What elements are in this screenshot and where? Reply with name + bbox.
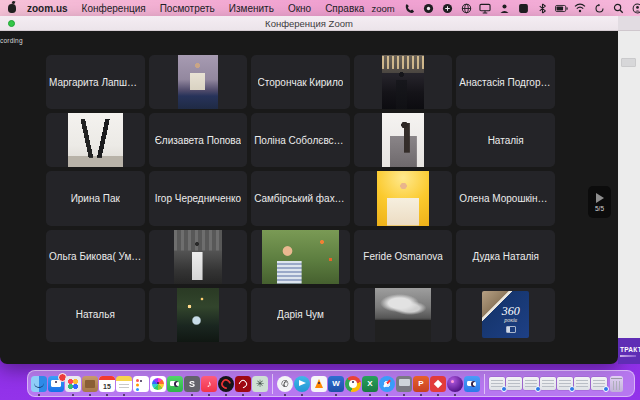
participant-photo-dancers bbox=[68, 113, 123, 167]
launchpad-dock-icon[interactable] bbox=[65, 376, 81, 392]
participant-name: Ігор Чередниченко bbox=[155, 193, 242, 204]
participant-tile[interactable] bbox=[46, 113, 145, 167]
participant-tile[interactable]: Ольга Бикова( Ума... bbox=[46, 230, 145, 284]
participant-photo-woman-gray bbox=[382, 113, 423, 167]
spotlight-icon[interactable] bbox=[612, 2, 625, 14]
red-c-dock-icon[interactable] bbox=[218, 376, 234, 392]
background-window-strip[interactable]: ТРАКТ bbox=[618, 16, 640, 364]
red-diamond-dock-icon[interactable] bbox=[430, 376, 446, 392]
participant-tile[interactable] bbox=[149, 55, 248, 109]
excel-dock-icon[interactable] bbox=[362, 376, 378, 392]
participant-tile[interactable]: Єлизавета Попова bbox=[149, 113, 248, 167]
participant-tile[interactable]: Самбірський фахов... bbox=[251, 171, 350, 225]
bluetooth-icon[interactable] bbox=[536, 2, 549, 14]
notes-dock-icon[interactable] bbox=[116, 376, 132, 392]
menu-okno[interactable]: Окно bbox=[281, 2, 318, 15]
photos-dock-icon[interactable] bbox=[150, 376, 166, 392]
participant-name: Ирина Пак bbox=[71, 193, 120, 204]
participant-name: Маргарита Лапшина bbox=[49, 77, 142, 88]
participant-tile[interactable] bbox=[354, 288, 453, 342]
background-window-fragment bbox=[621, 58, 636, 67]
gallery-next-page-button[interactable]: 5/5 bbox=[588, 186, 611, 218]
calendar-dock-icon[interactable]: 15 bbox=[99, 376, 115, 392]
phone-dock-icon[interactable] bbox=[277, 376, 293, 392]
participant-tile[interactable]: Ирина Пак bbox=[46, 171, 145, 225]
participant-tile[interactable]: Feride Osmanova bbox=[354, 230, 453, 284]
globe-icon[interactable] bbox=[460, 2, 473, 14]
menu-izmenit[interactable]: Изменить bbox=[222, 2, 281, 15]
laptop-dock-icon[interactable] bbox=[396, 376, 412, 392]
participant-name: Дарія Чум bbox=[277, 309, 324, 320]
phone-icon[interactable] bbox=[403, 2, 416, 14]
minimized-window-thumbnail[interactable] bbox=[591, 377, 607, 390]
participant-tile[interactable]: Ігор Чередниченко bbox=[149, 171, 248, 225]
background-window-partial-text: ТРАКТ bbox=[620, 346, 640, 353]
minimized-window-thumbnail[interactable] bbox=[574, 377, 590, 390]
minimized-window-thumbnail[interactable] bbox=[540, 377, 556, 390]
app-circle-2-icon[interactable] bbox=[441, 2, 454, 14]
chatgpt-dock-icon[interactable] bbox=[252, 376, 268, 392]
traffic-light-green[interactable] bbox=[8, 20, 15, 27]
participant-tile[interactable]: Анастасія Подгорін... bbox=[456, 55, 555, 109]
display-icon[interactable] bbox=[479, 2, 492, 14]
mail-dock-icon[interactable] bbox=[48, 376, 64, 392]
menu-spravka[interactable]: Справка bbox=[318, 2, 371, 15]
chrome-dock-icon[interactable] bbox=[345, 376, 361, 392]
participant-tile[interactable]: 360років bbox=[456, 288, 555, 342]
participant-tile[interactable]: Сторончак Кирило bbox=[251, 55, 350, 109]
participant-tile[interactable]: Маргарита Лапшина bbox=[46, 55, 145, 109]
wifi-icon[interactable] bbox=[574, 2, 587, 14]
participant-name: Feride Osmanova bbox=[363, 251, 442, 262]
participants-grid: Маргарита ЛапшинаСторончак КирилоАнастас… bbox=[46, 55, 555, 342]
menu-zoom-us[interactable]: zoom.us bbox=[20, 2, 75, 15]
vlc-dock-icon[interactable] bbox=[311, 376, 327, 392]
dock-separator bbox=[484, 374, 485, 394]
participant-tile[interactable] bbox=[251, 230, 350, 284]
participant-tile[interactable] bbox=[354, 171, 453, 225]
participant-tile[interactable] bbox=[149, 288, 248, 342]
facetime-dock-icon[interactable] bbox=[167, 376, 183, 392]
s-app-dock-icon[interactable] bbox=[184, 376, 200, 392]
word-dock-icon[interactable] bbox=[328, 376, 344, 392]
account-icon[interactable] bbox=[631, 2, 640, 14]
participant-tile[interactable]: Олена Морошкінаб... bbox=[456, 171, 555, 225]
battery-icon[interactable] bbox=[555, 2, 568, 14]
sync-icon[interactable] bbox=[593, 2, 606, 14]
minimized-window-thumbnail[interactable] bbox=[557, 377, 573, 390]
participant-tile[interactable] bbox=[149, 230, 248, 284]
acrobat-dock-icon[interactable] bbox=[235, 376, 251, 392]
minimized-window-thumbnail[interactable] bbox=[506, 377, 522, 390]
trash-dock-icon[interactable] bbox=[610, 376, 623, 392]
user-silhouette-icon[interactable] bbox=[498, 2, 511, 14]
minimized-window-thumbnail[interactable] bbox=[523, 377, 539, 390]
zoom-app-dock-icon[interactable] bbox=[464, 376, 480, 392]
app-circle-1-icon[interactable] bbox=[422, 2, 435, 14]
participant-tile[interactable] bbox=[354, 55, 453, 109]
logo-360-word: років bbox=[504, 317, 517, 323]
music-dock-icon[interactable] bbox=[201, 376, 217, 392]
minimized-window-thumbnail[interactable] bbox=[489, 377, 505, 390]
participant-tile[interactable]: Наталья bbox=[46, 288, 145, 342]
window-title-bar[interactable]: Конференция Zoom bbox=[0, 16, 618, 31]
logo-emblem-icon bbox=[506, 326, 516, 333]
menu-posmotret[interactable]: Посмотреть bbox=[153, 2, 222, 15]
participant-logo-360-rokiv: 360років bbox=[482, 291, 529, 338]
telegram-dock-icon[interactable] bbox=[294, 376, 310, 392]
participant-photo-bw-city bbox=[375, 288, 430, 342]
participant-tile[interactable]: Дудка Наталія bbox=[456, 230, 555, 284]
purple-orb-dock-icon[interactable] bbox=[447, 376, 463, 392]
powerpoint-dock-icon[interactable] bbox=[413, 376, 429, 392]
apple-menu-icon[interactable] bbox=[8, 4, 16, 13]
participant-tile[interactable] bbox=[354, 113, 453, 167]
reminders-dock-icon[interactable] bbox=[133, 376, 149, 392]
participant-tile[interactable]: Поліна Соболєвська bbox=[251, 113, 350, 167]
input-source-icon[interactable] bbox=[517, 2, 530, 14]
books-dock-icon[interactable] bbox=[82, 376, 98, 392]
finder-dock-icon[interactable] bbox=[31, 376, 47, 392]
participant-name: Ольга Бикова( Ума... bbox=[49, 251, 142, 262]
safari-dock-icon[interactable] bbox=[379, 376, 395, 392]
menu-konferencia[interactable]: Конференция bbox=[75, 2, 153, 15]
participant-tile[interactable]: Дарія Чум bbox=[251, 288, 350, 342]
window-title: Конференция Zoom bbox=[265, 18, 353, 29]
participant-tile[interactable]: Наталія bbox=[456, 113, 555, 167]
